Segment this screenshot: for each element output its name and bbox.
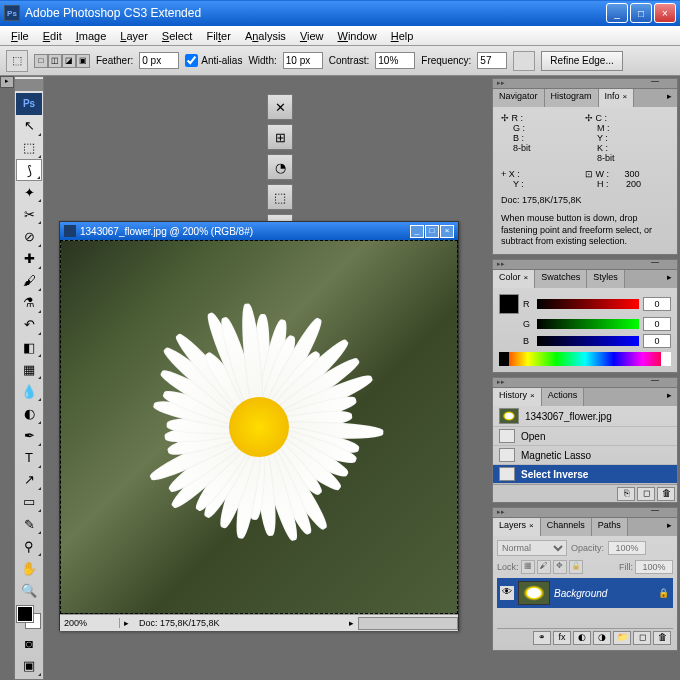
minimize-button[interactable]: _ <box>606 3 628 23</box>
tab-actions[interactable]: Actions <box>542 388 585 406</box>
color-spectrum[interactable] <box>499 352 671 366</box>
tab-navigator[interactable]: Navigator <box>493 89 545 107</box>
move-tool[interactable]: ↖ <box>16 115 42 137</box>
panel-collapse[interactable] <box>493 260 677 270</box>
lasso-tool[interactable]: ⟆ <box>16 159 42 181</box>
tab-info[interactable]: Info× <box>599 89 635 107</box>
lock-image-icon[interactable]: 🖌 <box>537 560 551 574</box>
fill-input[interactable] <box>635 560 673 574</box>
eraser-tool[interactable]: ◧ <box>16 336 42 358</box>
tab-paths[interactable]: Paths <box>592 518 628 536</box>
slice-tool[interactable]: ⊘ <box>16 225 42 247</box>
menu-filter[interactable]: Filter <box>199 28 237 44</box>
green-slider[interactable] <box>537 319 639 329</box>
menu-select[interactable]: Select <box>155 28 200 44</box>
maximize-button[interactable]: □ <box>630 3 652 23</box>
panel-menu-icon[interactable]: ▸ <box>663 272 675 284</box>
doc-minimize-button[interactable]: _ <box>410 225 424 238</box>
width-input[interactable] <box>283 52 323 69</box>
document-canvas[interactable] <box>60 240 458 614</box>
crop-tool[interactable]: ✂ <box>16 203 42 225</box>
layer-mask-icon[interactable]: ◐ <box>573 631 591 645</box>
tab-swatches[interactable]: Swatches <box>535 270 587 288</box>
visibility-icon[interactable]: 👁 <box>500 586 514 600</box>
blue-value[interactable] <box>643 334 671 348</box>
zoom-level[interactable]: 200% <box>60 618 120 628</box>
blur-tool[interactable]: 💧 <box>16 380 42 402</box>
eyedropper-tool[interactable]: ⚲ <box>16 535 42 557</box>
new-group-icon[interactable]: 📁 <box>613 631 631 645</box>
lock-all-icon[interactable]: 🔒 <box>569 560 583 574</box>
red-value[interactable] <box>643 297 671 311</box>
selection-intersect-icon[interactable]: ▣ <box>76 54 90 68</box>
contrast-input[interactable] <box>375 52 415 69</box>
adjustment-layer-icon[interactable]: ◑ <box>593 631 611 645</box>
color-swatches[interactable] <box>17 606 41 629</box>
history-item[interactable]: Open <box>493 427 677 446</box>
pen-pressure-icon[interactable] <box>513 51 535 71</box>
close-button[interactable]: × <box>654 3 676 23</box>
menu-image[interactable]: Image <box>69 28 114 44</box>
delete-icon[interactable]: 🗑 <box>657 487 675 501</box>
panel-collapse[interactable] <box>493 378 677 388</box>
screen-mode-tool[interactable]: ▣ <box>16 655 42 677</box>
feather-input[interactable] <box>139 52 179 69</box>
magic-wand-tool[interactable]: ✦ <box>16 181 42 203</box>
new-layer-icon[interactable]: ◻ <box>633 631 651 645</box>
layer-name[interactable]: Background <box>554 588 654 599</box>
refine-edge-button[interactable]: Refine Edge... <box>541 51 622 71</box>
status-arrow-icon[interactable]: ▸ <box>120 618 133 628</box>
tab-channels[interactable]: Channels <box>541 518 592 536</box>
brushes-icon[interactable]: ⊞ <box>267 124 293 150</box>
doc-close-button[interactable]: × <box>440 225 454 238</box>
tab-color[interactable]: Color× <box>493 270 535 288</box>
dodge-tool[interactable]: ◐ <box>16 402 42 424</box>
tool-preset-icon[interactable]: ⬚ <box>6 50 28 72</box>
history-item-selected[interactable]: Select Inverse <box>493 465 677 484</box>
history-brush-tool[interactable]: ↶ <box>16 314 42 336</box>
selection-new-icon[interactable]: □ <box>34 54 48 68</box>
blend-mode-select[interactable]: Normal <box>497 540 567 556</box>
quick-mask-tool[interactable]: ◙ <box>16 633 42 655</box>
tab-layers[interactable]: Layers× <box>493 518 541 536</box>
shape-tool[interactable]: ▭ <box>16 491 42 513</box>
menu-window[interactable]: Window <box>331 28 384 44</box>
panel-collapse[interactable] <box>493 508 677 518</box>
new-document-icon[interactable]: ⎘ <box>617 487 635 501</box>
menu-help[interactable]: Help <box>384 28 421 44</box>
selection-add-icon[interactable]: ◫ <box>48 54 62 68</box>
lock-position-icon[interactable]: ✥ <box>553 560 567 574</box>
brush-tool[interactable]: 🖌 <box>16 270 42 292</box>
doc-maximize-button[interactable]: □ <box>425 225 439 238</box>
path-tool[interactable]: ↗ <box>16 469 42 491</box>
toolbar-collapse-tab[interactable]: ▸ <box>0 76 14 88</box>
layer-style-icon[interactable]: fx <box>553 631 571 645</box>
tab-histogram[interactable]: Histogram <box>545 89 599 107</box>
menu-layer[interactable]: Layer <box>113 28 155 44</box>
pen-tool[interactable]: ✒ <box>16 425 42 447</box>
document-titlebar[interactable]: 1343067_flower.jpg @ 200% (RGB/8#) _ □ × <box>60 222 458 240</box>
opacity-input[interactable] <box>608 541 646 555</box>
selection-subtract-icon[interactable]: ◪ <box>62 54 76 68</box>
green-value[interactable] <box>643 317 671 331</box>
arrange-icon[interactable]: ✕ <box>267 94 293 120</box>
hand-tool[interactable]: ✋ <box>16 557 42 579</box>
antialias-checkbox[interactable]: Anti-alias <box>185 54 242 67</box>
new-snapshot-icon[interactable]: ◻ <box>637 487 655 501</box>
marquee-tool[interactable]: ⬚ <box>16 137 42 159</box>
menu-file[interactable]: File <box>4 28 36 44</box>
stamp-tool[interactable]: ⚗ <box>16 292 42 314</box>
panel-menu-icon[interactable]: ▸ <box>663 520 675 532</box>
type-tool[interactable]: T <box>16 447 42 469</box>
menu-edit[interactable]: Edit <box>36 28 69 44</box>
menu-view[interactable]: View <box>293 28 331 44</box>
delete-layer-icon[interactable]: 🗑 <box>653 631 671 645</box>
history-item[interactable]: Magnetic Lasso <box>493 446 677 465</box>
blue-slider[interactable] <box>537 336 639 346</box>
panel-collapse[interactable] <box>493 79 677 89</box>
red-slider[interactable] <box>537 299 639 309</box>
clone-icon[interactable]: ◔ <box>267 154 293 180</box>
tool-presets-icon[interactable]: ⬚ <box>267 184 293 210</box>
horizontal-scrollbar[interactable] <box>358 617 458 630</box>
lock-transparency-icon[interactable]: ▦ <box>521 560 535 574</box>
